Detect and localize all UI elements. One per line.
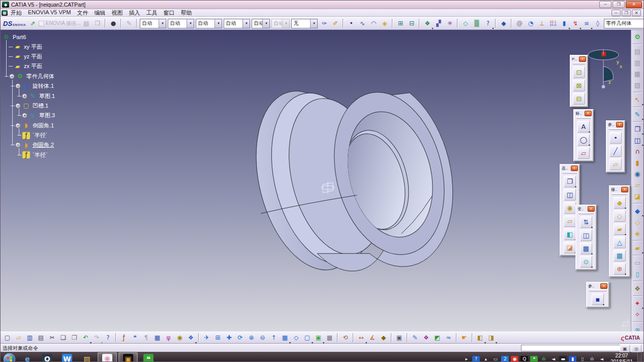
cut-button[interactable]: ✂ (47, 333, 57, 343)
hide-show-button[interactable]: ▩ (324, 333, 335, 343)
toolbar-grip[interactable] (576, 117, 591, 119)
wechat-button[interactable]: ❝ (139, 353, 158, 362)
speaker-button[interactable]: ◄ (597, 355, 606, 362)
fillet-dock-button[interactable]: ◆▾ (632, 206, 643, 216)
qq-browser-button[interactable]: Q (38, 353, 56, 362)
shell-button[interactable]: △ (614, 237, 626, 248)
paste-button[interactable]: ❐ (69, 333, 80, 343)
scaling-dropdown-icon[interactable]: ▾ (591, 265, 593, 269)
translation-dropdown-icon[interactable]: ▾ (591, 225, 593, 229)
menu-item-6[interactable]: 工具 (143, 9, 160, 17)
power-input-toggle-button[interactable]: ◎ (631, 345, 641, 352)
show-hidden-icons-button[interactable]: ▴ (481, 355, 490, 362)
drafted-pad-button[interactable]: ◫ (564, 189, 576, 201)
powercopy-save-button[interactable]: ⊠ (573, 80, 585, 91)
shell-dock-button[interactable]: ▰▾ (632, 243, 643, 253)
gray-tool-2-button[interactable]: ▥ (632, 57, 643, 68)
taskbar-clock[interactable]: 22:07 2018/5/11 (607, 353, 636, 362)
draft-dock-button[interactable]: ◈ (632, 228, 643, 239)
pan-button[interactable]: ✚ (224, 333, 234, 343)
menu-item-1[interactable]: ENOVIA V5 VPM (25, 9, 74, 15)
palette-button[interactable]: ◩ (432, 333, 443, 343)
eraser-tool-button[interactable]: ◊ (592, 18, 603, 29)
document-icon[interactable]: ▦ (2, 10, 8, 16)
iso-view-button[interactable]: ◇ (291, 333, 301, 343)
save-in-enovia-button[interactable]: ⇗ (27, 18, 38, 29)
gray-tool-3-button[interactable]: ▦ (632, 69, 643, 79)
text-with-leader-button[interactable]: A▾ (577, 121, 590, 133)
new-document-button[interactable]: ▢ (2, 333, 13, 343)
mouse-capture-button[interactable]: ● (108, 18, 118, 29)
bounding-box-button[interactable]: ▯ (632, 269, 643, 279)
tree-item-fillet-1[interactable]: −◗倒圆角.1 (2, 121, 56, 130)
send-to-button[interactable]: @ (514, 18, 525, 29)
powercopy-catalog-button[interactable]: ⊟ (573, 93, 585, 105)
close-icon[interactable]: x (588, 206, 595, 212)
swap-visible-space-button[interactable]: ⟲ (340, 333, 351, 343)
filter-combo[interactable]: 自动▾ (271, 19, 290, 28)
tree-item-label[interactable]: `半径` (32, 151, 48, 159)
toolbar-grip[interactable] (563, 172, 577, 174)
open-button[interactable]: ▱ (13, 333, 24, 343)
file-explorer-button[interactable]: ▨ (78, 353, 96, 362)
wireframe-view-button[interactable]: ▢▾ (302, 333, 313, 343)
viewport-3d[interactable]: y x z (1, 30, 643, 332)
pad-dropdown-icon[interactable]: ▾ (575, 185, 576, 188)
expander-minus-icon[interactable]: − (16, 123, 20, 128)
mdi-restore-button[interactable]: ❐ (622, 10, 631, 16)
menu-item-4[interactable]: 视图 (108, 9, 126, 17)
enovia-connect-checkbox[interactable]: ENOVIA 接连... (39, 20, 80, 27)
layer-combo-arrow-icon[interactable]: ▾ (262, 19, 269, 28)
thickness-combo[interactable]: 无▾ (291, 19, 318, 28)
powercopy-create-button[interactable]: ⊡ (573, 67, 585, 78)
fit-all-in-button[interactable]: ⊞ (212, 333, 223, 343)
line-type-combo[interactable]: 自动▾ (168, 19, 194, 28)
lock-button[interactable]: ◉ (174, 333, 185, 343)
wechat-tray-button[interactable]: ❝ (530, 355, 538, 362)
material-catalog-button[interactable]: ✧ (632, 309, 643, 320)
save-button[interactable]: ▥ (24, 333, 35, 343)
image-viewer-button[interactable]: ▣ (118, 352, 138, 362)
tree-item-label[interactable]: 凹槽.1 (32, 102, 49, 110)
render-mode-combo[interactable]: 自动▾ (140, 19, 166, 28)
product-structure-button[interactable]: ψ (163, 333, 174, 343)
pocket-dock-button[interactable]: ◫▾ (632, 135, 643, 146)
wps-writer-button[interactable]: W (58, 353, 76, 362)
mdi-minimize-button[interactable]: ─ (611, 10, 621, 16)
layer-filter-button[interactable]: ≈ (443, 333, 454, 343)
close-icon[interactable]: x (579, 56, 586, 62)
edge-fillet-button[interactable]: ◆▾ (614, 197, 626, 209)
volume-button[interactable]: ◄ (549, 355, 558, 362)
gray-tool-4-button[interactable]: ▧ (632, 80, 643, 90)
menu-item-7[interactable]: 窗口 (160, 9, 177, 17)
fill-tool-button[interactable]: ◈ (379, 18, 390, 29)
toolbar-reference-small[interactable]: 参..x ▪▾ (586, 282, 609, 308)
undo-button[interactable]: ↶▾ (80, 333, 91, 343)
expander-minus-icon[interactable]: − (10, 74, 14, 79)
enovia-connect-box[interactable] (39, 21, 44, 26)
show-desktop-button[interactable] (637, 352, 642, 362)
redo-button[interactable]: ↷▾ (91, 333, 102, 343)
formula-button[interactable]: ƒ (118, 333, 129, 343)
annotate-button[interactable]: ✎ (124, 18, 134, 29)
measure-item-button[interactable]: ∡ (367, 333, 378, 343)
translation-button[interactable]: ⇅▾ (580, 216, 592, 228)
rectangular-pattern-dropdown-icon[interactable]: ▾ (591, 252, 593, 255)
draft-angle-button[interactable]: ▰▾ (614, 223, 626, 235)
gray-tool-1-button[interactable]: ▤ (632, 46, 643, 57)
constraint-dialog-button[interactable]: ⊞ (395, 18, 406, 29)
close-icon[interactable]: x (585, 111, 592, 116)
sectioning-button[interactable]: ▭ (632, 257, 643, 268)
tree-item-part-body[interactable]: −⚙零件几何体 (2, 72, 56, 81)
toolbar-reference-elements[interactable]: 参..x •╱▱ (606, 120, 625, 173)
zoom-in-button[interactable]: ⊕ (246, 333, 257, 343)
fly-mode-button[interactable]: ✈ (201, 333, 212, 343)
thread-button[interactable]: ⊕▾ (614, 263, 626, 275)
toolbar-transformations[interactable]: 变..x ⇅▾◫▦▾⊙▾ (575, 205, 597, 270)
pixel-view-button[interactable]: ▞ (433, 18, 444, 29)
mass-properties-button[interactable]: ◆ (378, 333, 389, 343)
note-small-button[interactable]: ¶ (141, 333, 151, 343)
toolbar-grip[interactable] (578, 212, 594, 214)
measure-between-button[interactable]: ↔▾ (356, 333, 366, 343)
tree-item-label[interactable]: 零件几何体 (25, 73, 55, 80)
